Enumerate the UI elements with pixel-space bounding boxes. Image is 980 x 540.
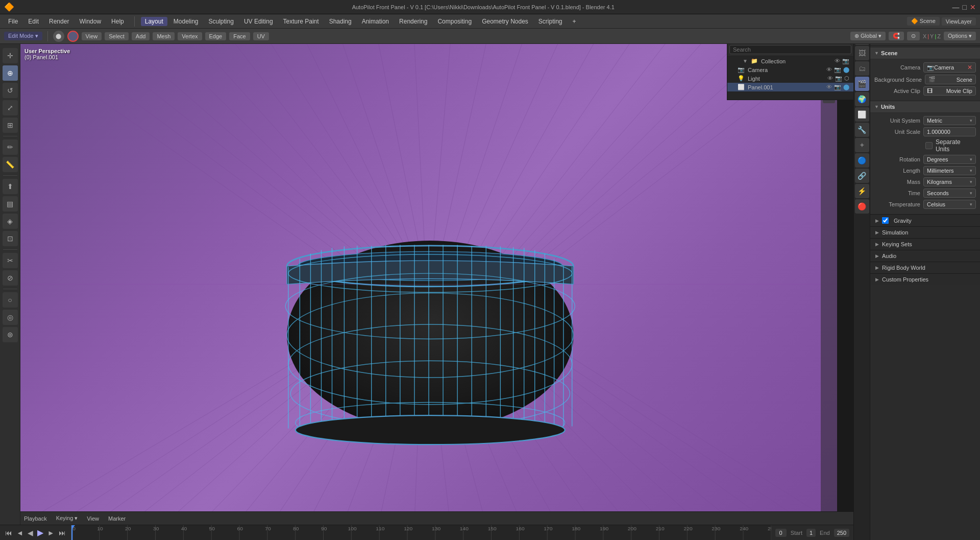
prop-tab-physics[interactable]: 🔵	[855, 153, 869, 168]
prev-keyframe-btn[interactable]: ◄	[15, 528, 24, 538]
workspace-texture-paint[interactable]: Texture Paint	[279, 17, 323, 26]
jump-end-btn[interactable]: ⏭	[58, 528, 67, 538]
prop-tab-particles[interactable]: ✦	[855, 138, 869, 152]
mode-select[interactable]: Edit Mode ▾	[4, 32, 42, 40]
prop-tab-scene[interactable]: 🎬	[855, 77, 869, 91]
outliner-item-camera[interactable]: 📷 Camera 👁 📷 ⬤	[727, 65, 853, 74]
bg-scene-value[interactable]: 🎬 Scene	[925, 75, 976, 84]
playback-menu[interactable]: Playback	[21, 514, 50, 523]
menu-window[interactable]: Window	[75, 17, 105, 26]
prop-tab-constraints[interactable]: 🔗	[855, 169, 869, 183]
add-menu-btn[interactable]: Add	[132, 32, 150, 40]
keying-sets-header[interactable]: ▶ Keying Sets	[870, 239, 980, 250]
tool-measure[interactable]: 📏	[3, 157, 18, 172]
rotation-value[interactable]: Degrees ▾	[923, 155, 976, 164]
tool-rotate[interactable]: ↺	[3, 83, 18, 98]
tool-annotate[interactable]: ✏	[3, 139, 18, 155]
prop-tab-material[interactable]: 🔴	[855, 199, 869, 214]
edge-menu-btn[interactable]: Edge	[205, 32, 227, 40]
options-btn[interactable]: Options ▾	[944, 32, 976, 40]
audio-header[interactable]: ▶ Audio	[870, 250, 980, 262]
visibility-icon[interactable]: 👁	[835, 58, 840, 64]
snap-btn[interactable]: 🧲	[889, 32, 904, 40]
prop-tab-object[interactable]: ⬜	[855, 107, 869, 122]
workspace-layout[interactable]: Layout	[141, 17, 167, 26]
menu-render[interactable]: Render	[45, 17, 73, 26]
tool-bevel[interactable]: ◈	[3, 214, 18, 229]
transform-orientation[interactable]: ⊕ Global ▾	[850, 32, 886, 40]
active-clip-value[interactable]: 🎞 Movie Clip	[923, 86, 976, 96]
view-menu-btn[interactable]: View	[82, 32, 102, 40]
custom-properties-header[interactable]: ▶ Custom Properties	[870, 274, 980, 285]
temperature-value[interactable]: Celsius ▾	[923, 200, 976, 209]
uv-menu-btn[interactable]: UV	[253, 32, 269, 40]
tool-smooth[interactable]: ○	[3, 292, 18, 308]
play-reverse-btn[interactable]: ◀	[27, 528, 34, 538]
render-icon[interactable]: 📷	[842, 58, 849, 64]
menu-edit[interactable]: Edit	[24, 17, 43, 26]
workspace-animation[interactable]: Animation	[358, 17, 393, 26]
prop-tab-world[interactable]: 🌍	[855, 92, 869, 106]
proportional-edit[interactable]: ⊙	[907, 32, 920, 40]
prop-tab-output[interactable]: 🖼	[855, 46, 869, 60]
select-menu-btn[interactable]: Select	[105, 32, 129, 40]
tool-transform[interactable]: ⊞	[3, 118, 18, 133]
workspace-rendering[interactable]: Rendering	[395, 17, 431, 26]
current-frame-display[interactable]: 0	[775, 529, 787, 537]
camera-remove-btn[interactable]: ✕	[967, 64, 972, 71]
cam-visibility-icon[interactable]: 👁	[826, 66, 832, 73]
tool-scale[interactable]: ⤢	[3, 100, 18, 115]
prop-tab-modifier[interactable]: 🔧	[855, 123, 869, 137]
tool-loop-cut[interactable]: ⊡	[3, 231, 18, 246]
gravity-header[interactable]: ▶ Gravity	[870, 215, 980, 226]
workspace-scripting[interactable]: Scripting	[534, 17, 567, 26]
outliner-search-input[interactable]	[729, 45, 851, 54]
menu-help[interactable]: Help	[107, 17, 128, 26]
outliner-item-light[interactable]: 💡 Light 👁 📷 ⬡	[727, 74, 853, 83]
separate-units-checkbox[interactable]	[925, 142, 933, 149]
next-keyframe-btn[interactable]: ►	[46, 528, 56, 538]
rigid-body-world-header[interactable]: ▶ Rigid Body World	[870, 262, 980, 273]
prop-tab-viewlayer[interactable]: 🗂	[855, 61, 869, 76]
close-button[interactable]: ✕	[970, 3, 976, 11]
gravity-checkbox[interactable]	[882, 217, 889, 224]
outliner-item-collection[interactable]: ▼ 📁 Collection 👁 📷	[727, 57, 853, 65]
tool-inset[interactable]: ▤	[3, 196, 18, 212]
cam-render-icon[interactable]: 📷	[834, 66, 841, 73]
light-render-icon[interactable]: 📷	[835, 75, 842, 82]
viewport-shading-btn[interactable]	[67, 31, 79, 42]
tool-extrude[interactable]: ⬆	[3, 179, 18, 194]
play-btn[interactable]: ▶	[36, 527, 44, 538]
workspace-add[interactable]: +	[569, 17, 580, 26]
tool-shrink[interactable]: ◎	[3, 310, 18, 325]
tool-knife[interactable]: ✂	[3, 253, 18, 268]
unit-scale-value[interactable]: 1.000000	[923, 127, 976, 136]
simulation-header[interactable]: ▶ Simulation	[870, 227, 980, 238]
workspace-geometry-nodes[interactable]: Geometry Nodes	[478, 17, 532, 26]
time-value[interactable]: Seconds ▾	[923, 189, 976, 198]
menu-file[interactable]: File	[4, 17, 22, 26]
tool-move[interactable]: ⊕	[3, 65, 18, 81]
panel-visibility-icon[interactable]: 👁	[826, 84, 832, 90]
workspace-modeling[interactable]: Modeling	[169, 17, 203, 26]
jump-start-btn[interactable]: ⏮	[4, 528, 13, 538]
viewlayer-select[interactable]: ViewLayer	[942, 17, 976, 26]
workspace-shading[interactable]: Shading	[325, 17, 356, 26]
tool-bisect[interactable]: ⊘	[3, 270, 18, 286]
light-visibility-icon[interactable]: 👁	[827, 75, 833, 82]
view-menu[interactable]: View	[84, 514, 102, 523]
length-value[interactable]: Millimeters ▾	[923, 166, 976, 175]
start-frame-input[interactable]: 1	[806, 529, 816, 537]
mesh-menu-btn[interactable]: Mesh	[153, 32, 175, 40]
view-btn[interactable]: ⬤	[53, 31, 64, 42]
end-frame-input[interactable]: 250	[834, 529, 849, 537]
engine-select[interactable]: 🔶 Scene	[907, 17, 940, 26]
camera-prop-value[interactable]: 📷 Camera ✕	[923, 62, 976, 73]
3d-viewport[interactable]: User Perspective (0) Panel.001 X Y Z 🔍	[20, 44, 837, 525]
marker-menu[interactable]: Marker	[105, 514, 129, 523]
outliner-item-panel001[interactable]: ⬜ Panel.001 👁 📷 ⬤	[727, 83, 853, 91]
tool-push-pull[interactable]: ⊛	[3, 327, 18, 342]
unit-system-value[interactable]: Metric ▾	[923, 116, 976, 125]
mass-value[interactable]: Kilograms ▾	[923, 177, 976, 186]
vertex-menu-btn[interactable]: Vertex	[178, 32, 202, 40]
